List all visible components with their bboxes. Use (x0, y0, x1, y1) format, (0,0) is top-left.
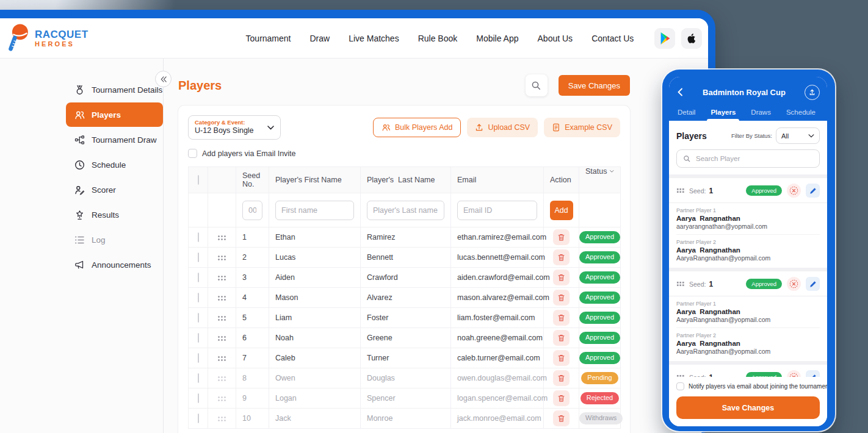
sidebar-item-log[interactable]: Log (66, 227, 163, 252)
megaphone-icon (74, 260, 85, 270)
reject-button[interactable] (787, 184, 801, 198)
delete-button[interactable] (553, 270, 570, 285)
edit-button[interactable] (806, 277, 820, 291)
sidebar-item-players[interactable]: Players (66, 102, 163, 127)
status-badge: Withdraws (579, 412, 623, 424)
tab-schedule[interactable]: Schedule (785, 106, 817, 121)
category-value: U-12 Boys Single (195, 126, 267, 136)
notify-label: Notify players via email about joining t… (689, 383, 827, 390)
table-row: 7 Caleb Turner caleb.turner@email.com Ap… (189, 348, 621, 368)
player-card: Seed: 1 Approved (669, 271, 827, 361)
nav-about-us[interactable]: About Us (538, 34, 573, 43)
seed-header: Seed No. (236, 167, 269, 193)
reject-button[interactable] (787, 370, 801, 377)
sidebar-item-tournament-draw[interactable]: Tournament Draw (66, 127, 163, 152)
last-name-input[interactable] (367, 201, 444, 220)
tab-players[interactable]: Players (709, 106, 737, 121)
bulk-players-add-button[interactable]: Bulk Players Add (373, 118, 461, 137)
nav-tournament[interactable]: Tournament (246, 34, 291, 43)
page-title: Players (178, 79, 222, 93)
row-checkbox[interactable] (198, 232, 199, 242)
nav-live-matches[interactable]: Live Matches (349, 34, 399, 43)
sidebar-item-results[interactable]: Results (66, 202, 163, 227)
edit-button[interactable] (806, 184, 820, 198)
save-changes-button[interactable]: Save Changes (559, 75, 630, 96)
seed-input[interactable] (242, 201, 262, 220)
drag-handle-icon[interactable] (217, 295, 226, 301)
drag-handle-icon[interactable] (217, 335, 226, 342)
row-checkbox[interactable] (198, 293, 199, 302)
drag-handle-icon[interactable] (217, 315, 226, 321)
drag-handle-icon[interactable] (217, 396, 226, 402)
sidebar: Tournament Details Players (0, 59, 164, 433)
delete-button[interactable] (553, 249, 570, 265)
delete-button[interactable] (553, 290, 570, 306)
row-checkbox[interactable] (198, 333, 199, 343)
reject-button[interactable] (787, 277, 801, 291)
category-event-select[interactable]: Category & Event: U-12 Boys Single (188, 115, 281, 140)
trash-icon (557, 354, 565, 362)
phone-save-changes-button[interactable]: Save Changes (676, 396, 820, 419)
drag-handle-icon[interactable] (217, 376, 226, 382)
row-checkbox[interactable] (198, 313, 199, 323)
apple-store-button[interactable] (681, 28, 702, 49)
email-header: Email (451, 167, 544, 193)
phone-footer: Notify players via email about joining t… (669, 377, 827, 426)
table-row: 8 Owen Douglas owen.douglas@email.com Pe… (189, 368, 621, 388)
tab-draws[interactable]: Draws (750, 106, 772, 121)
brand-logo[interactable]: RACQUET HEROES (6, 23, 89, 54)
example-csv-button[interactable]: Example CSV (544, 118, 620, 137)
sidebar-item-announcements[interactable]: Announcements (66, 252, 163, 277)
share-button[interactable] (805, 85, 820, 100)
partner-block: Partner Player 1 Aarya Rangnathan aaryar… (676, 203, 820, 230)
row-checkbox[interactable] (198, 353, 199, 363)
chevron-down-icon (808, 134, 814, 138)
email-input[interactable] (457, 201, 537, 220)
delete-button[interactable] (553, 330, 570, 346)
select-all-checkbox[interactable] (198, 175, 199, 185)
delete-button[interactable] (553, 370, 570, 386)
delete-button[interactable] (553, 410, 570, 426)
delete-button[interactable] (553, 310, 570, 326)
delete-button[interactable] (553, 390, 570, 406)
edit-button[interactable] (806, 370, 820, 377)
google-play-button[interactable] (654, 28, 675, 49)
nav-rule-book[interactable]: Rule Book (418, 34, 458, 43)
drag-handle-icon[interactable] (217, 416, 226, 422)
delete-button[interactable] (553, 350, 570, 366)
row-checkbox[interactable] (198, 413, 199, 423)
sidebar-item-scorer[interactable]: Scorer (66, 177, 163, 202)
sidebar-collapse-button[interactable] (155, 71, 172, 87)
drag-handle-icon[interactable] (217, 356, 226, 362)
drag-handle-icon[interactable] (676, 281, 684, 287)
table-row: 9 Logan Spencer logan.spencer@email.com … (189, 388, 621, 409)
nav-contact-us[interactable]: Contact Us (591, 34, 634, 43)
sidebar-item-tournament-details[interactable]: Tournament Details (66, 77, 163, 102)
upload-csv-button[interactable]: Upload CSV (467, 118, 538, 137)
drag-handle-icon[interactable] (676, 188, 684, 193)
search-player-input[interactable]: Search Player (676, 149, 820, 168)
status-header[interactable]: Status (579, 167, 621, 193)
drag-handle-icon[interactable] (217, 235, 226, 241)
row-checkbox[interactable] (198, 273, 199, 282)
nav-mobile-app[interactable]: Mobile App (476, 34, 518, 43)
drag-handle-icon[interactable] (217, 255, 226, 261)
notify-checkbox[interactable] (676, 382, 684, 390)
row-checkbox[interactable] (198, 373, 199, 383)
email-invite-checkbox[interactable] (188, 149, 197, 158)
row-checkbox[interactable] (198, 393, 199, 403)
sidebar-item-schedule[interactable]: Schedule (66, 152, 163, 177)
drag-handle-icon[interactable] (217, 275, 226, 281)
sidebar-label: Tournament Draw (92, 135, 157, 145)
filter-status-select[interactable]: All (776, 127, 820, 144)
sidebar-label: Players (92, 110, 121, 120)
first-name-input[interactable] (275, 201, 354, 220)
upload-csv-label: Upload CSV (488, 123, 530, 132)
add-player-button[interactable]: Add (550, 201, 573, 220)
delete-button[interactable] (553, 229, 570, 245)
row-checkbox[interactable] (198, 252, 199, 262)
back-chevron-icon[interactable] (676, 88, 684, 96)
nav-draw[interactable]: Draw (310, 34, 330, 43)
tab-detail[interactable]: Detail (676, 106, 696, 121)
search-button[interactable] (526, 74, 548, 96)
